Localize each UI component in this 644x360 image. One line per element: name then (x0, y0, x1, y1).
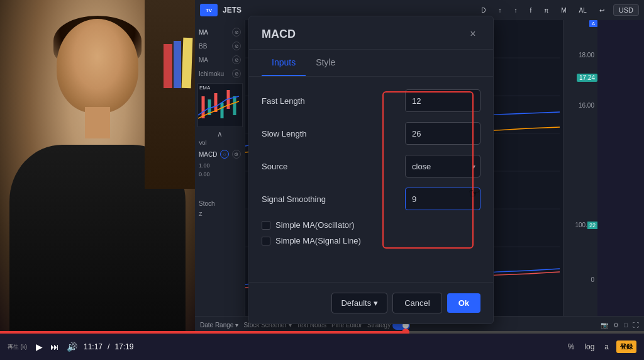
dialog-footer: Defaults ▾ Cancel Ok (249, 282, 493, 323)
simple-ma-signal-row: Simple MA(Signal Line) (262, 236, 480, 245)
date-range-btn[interactable]: Date Range ▾ (200, 322, 238, 329)
price-0: 0 (591, 276, 594, 283)
defaults-label: Defaults (341, 298, 371, 308)
price-axis-a-badge: A (589, 20, 597, 27)
indicator-stoch-label: Stoch (199, 200, 215, 207)
indicator-macd[interactable]: MACD ○ ⚙ (197, 147, 242, 161)
indicator-ichimoku-icon[interactable]: ⊘ (232, 69, 241, 78)
dialog-close-button[interactable]: × (465, 26, 480, 42)
nav-icon-d[interactable]: D (477, 6, 489, 15)
indicator-ma2[interactable]: MA ⊘ (197, 53, 242, 67)
current-time: 11:17 (84, 342, 103, 351)
slow-length-label: Slow Length (262, 129, 405, 138)
ema-label: EMA (199, 85, 210, 91)
log-btn[interactable]: log (582, 341, 597, 352)
indicator-ma-label: MA (199, 29, 208, 36)
chart-value-000: 0.00 (197, 170, 242, 179)
camera-icon[interactable]: 📷 (601, 322, 608, 329)
source-group: Source close open high low hl2 hlc3 ohlc… (262, 155, 480, 177)
slow-length-input[interactable] (405, 122, 480, 145)
chart-value-100: 1.00 (197, 161, 242, 170)
z-label: Z (197, 210, 242, 218)
undo-btn[interactable]: ↩ (596, 6, 608, 15)
dialog-body: Fast Length Slow Length Source close ope… (249, 77, 493, 264)
signal-smoothing-group: Signal Smoothing ▲ ▼ (262, 188, 480, 210)
indicator-bb-icon[interactable]: ⊘ (232, 42, 241, 50)
ok-button[interactable]: Ok (447, 293, 480, 313)
price-1724: 17.24 (577, 74, 597, 82)
video-controls-bar: 再生 (k) ▶ ⏭ 🔊 11:17 / 17:19 % log a 登録 (0, 334, 644, 360)
cancel-button[interactable]: Cancel (392, 293, 441, 313)
simple-ma-oscillator-row: Simple MA(Oscillator) (262, 220, 480, 230)
simple-ma-oscillator-checkbox[interactable] (262, 221, 270, 230)
dialog-header: MACD × (249, 16, 493, 50)
source-select-wrapper: close open high low hl2 hlc3 ohlc4 ▾ (405, 155, 480, 177)
person-neck (85, 107, 110, 138)
book3 (164, 44, 172, 88)
indicator-ma-icon[interactable]: ⊘ (232, 28, 241, 37)
indicator-ma[interactable]: MA ⊘ (197, 25, 242, 39)
nav-icon-2[interactable]: ↑ (511, 6, 521, 15)
person-head (57, 19, 138, 113)
total-time: 17:19 (114, 342, 133, 351)
indicator-bb[interactable]: BB ⊘ (197, 39, 242, 53)
skip-button[interactable]: ⏭ (49, 340, 60, 353)
defaults-arrow: ▾ (374, 298, 378, 308)
indicator-macd-label: MACD (199, 151, 217, 158)
macd-dialog: MACD × Inputs Style Fast Length Slow Len… (248, 16, 494, 324)
expand-btn[interactable]: ∧ (197, 130, 242, 138)
indicator-ma2-icon[interactable]: ⊘ (232, 55, 241, 64)
indicator-macd-eye-icon[interactable]: ○ (220, 150, 229, 159)
simple-ma-signal-checkbox[interactable] (262, 237, 270, 245)
settings-gear-icon[interactable]: ⚙ (613, 322, 619, 329)
volume-button[interactable]: 🔊 (65, 340, 79, 353)
replay-label: 再生 (k) (8, 343, 27, 351)
person-silhouette (0, 0, 195, 334)
nav-icon-pi[interactable]: π (540, 6, 552, 15)
app-logo: TV (200, 4, 218, 16)
register-button[interactable]: 登録 (616, 340, 636, 353)
indicator-ichimoku-label: Ichimoku (199, 70, 224, 77)
fast-length-input[interactable] (405, 89, 480, 112)
nav-icon-m[interactable]: M (557, 6, 570, 15)
price-16: 16.00 (579, 102, 594, 109)
date-range-label: Date Range (200, 322, 233, 329)
source-select[interactable]: close open high low hl2 hlc3 ohlc4 (405, 155, 480, 177)
fast-length-label: Fast Length (262, 96, 405, 106)
nav-icon-f[interactable]: f (526, 6, 536, 15)
tab-inputs[interactable]: Inputs (262, 50, 306, 76)
indicator-ichimoku[interactable]: Ichimoku ⊘ (197, 67, 242, 81)
book2 (174, 41, 181, 88)
pip-icon[interactable]: □ (624, 322, 628, 329)
signal-smoothing-input[interactable] (406, 194, 480, 204)
slow-length-group: Slow Length (262, 122, 480, 145)
defaults-button[interactable]: Defaults ▾ (331, 293, 387, 313)
date-range-arrow: ▾ (235, 322, 238, 329)
signal-smoothing-label: Signal Smoothing (262, 194, 405, 204)
ticker-label: JETS (223, 6, 242, 14)
indicator-macd-settings-icon[interactable]: ⚙ (232, 150, 241, 159)
play-button[interactable]: ▶ (35, 340, 44, 353)
auto-btn[interactable]: a (602, 341, 611, 352)
price-axis-100-badge: 22 (587, 222, 597, 229)
nav-icon-1[interactable]: ↑ (495, 6, 506, 15)
fullscreen-icon[interactable]: ⛶ (633, 322, 639, 329)
time-separator: / (108, 342, 109, 351)
price-axis: 18.00 17.24 16.00 0 100.00 22 A (563, 20, 597, 334)
percent-btn[interactable]: % (565, 341, 577, 352)
book1 (182, 38, 193, 88)
mini-chart: EMA (197, 83, 243, 127)
simple-ma-signal-label: Simple MA(Signal Line) (275, 236, 361, 245)
video-person-area (0, 0, 195, 334)
indicator-stoch[interactable]: Stoch (197, 198, 242, 210)
nav-icon-al[interactable]: AL (575, 6, 591, 15)
dialog-tabs: Inputs Style (249, 50, 493, 77)
price-18: 18.00 (579, 52, 594, 59)
indicator-ma2-label: MA (199, 57, 208, 64)
currency-badge[interactable]: USD (613, 4, 639, 16)
dialog-title: MACD (262, 28, 296, 41)
signal-smoothing-spinner: ▲ ▼ (405, 188, 480, 210)
tab-style[interactable]: Style (306, 50, 345, 76)
vol-label: Vol (197, 138, 242, 147)
simple-ma-oscillator-label: Simple MA(Oscillator) (275, 220, 355, 230)
